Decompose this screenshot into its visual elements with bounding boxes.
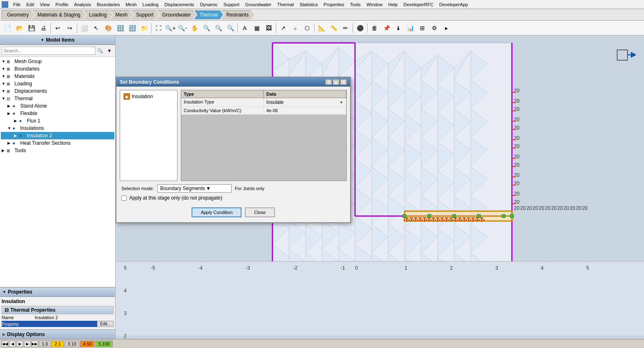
toolbar-zoom-out[interactable]: 🔍- [177,22,188,34]
tab-groundwater[interactable]: Groundwater [157,10,196,19]
stage-5-badge[interactable]: 5.100 [95,341,113,347]
toolbar-open[interactable]: 📂 [14,22,25,34]
menu-view[interactable]: View [38,1,52,8]
toolbar-pan[interactable]: ✋ [189,22,200,34]
tree-item-flux-1[interactable]: ▶●Flux 1 [1,117,114,125]
toolbar-shape1[interactable]: ⬦ [289,22,301,34]
tree-item-flexible[interactable]: ▶●Flexible [1,110,114,117]
toolbar-sphere[interactable]: ⚫ [354,22,366,34]
toolbar-undo[interactable]: ↩ [52,22,64,34]
tab-loading[interactable]: Loading [84,10,112,19]
stage-2-badge[interactable]: 2.1 [52,341,64,347]
nav-prev-button[interactable]: ◀ [9,341,16,347]
dialog-help-button[interactable]: ? [325,79,332,85]
toolbar-cursor[interactable]: ↖ [90,22,102,34]
menu-statistics[interactable]: Statistics [297,1,320,8]
stage-3-badge[interactable]: 3.10 [65,341,79,347]
selection-mode-dropdown[interactable]: Boundary Segments ▼ [157,184,232,193]
apply-stage-checkbox[interactable] [121,195,127,201]
tab-geometry[interactable]: Geometry [2,10,34,19]
tree-item-tools[interactable]: ▶⊞Tools [1,147,114,154]
menu-displacements[interactable]: Displacements [162,1,197,8]
menu-edit[interactable]: Edit [24,1,37,8]
filter-button[interactable]: ▼ [105,47,114,55]
dialog-close-button[interactable]: ✕ [340,79,347,85]
toolbar-zoom2[interactable]: 🔍 [201,22,212,34]
menu-support[interactable]: Support [221,1,242,8]
menu-boundaries[interactable]: Boundaries [95,1,123,8]
row2-data[interactable]: 4e-06 [264,107,346,114]
toolbar-measure[interactable]: 📏 [328,22,339,34]
nav-next-button[interactable]: ▶ [24,341,31,347]
tab-mesh[interactable]: Mesh [110,10,133,19]
tree-item-materials[interactable]: ▼⊞Materials [1,73,114,80]
toolbar-table[interactable]: 🔢 [114,22,126,34]
menu-window[interactable]: Window [364,1,385,8]
tab-restraints[interactable]: Restraints [221,10,254,19]
tab-thermal[interactable]: Thermal [194,10,223,19]
toolbar-print[interactable]: 🖨 [38,22,49,34]
display-options-header[interactable]: Display Options [0,329,115,339]
toolbar-fit[interactable]: ⛶ [153,22,164,34]
toolbar-more[interactable]: ▸ [440,22,452,34]
tree-item-loading[interactable]: ▼⊞Loading [1,80,114,87]
menu-properties[interactable]: Properties [321,1,347,8]
toolbar-thermal[interactable]: 🌡 [393,22,404,34]
canvas-area[interactable]: 20 20 20 20 20 20 20 20 20 20 20 20 20 2… [116,35,644,339]
tree-item-stand-alone[interactable]: ▶●Stand Alone [1,102,114,110]
tree-item-insulation-2[interactable]: ▶●Insulation 2 [1,132,114,139]
row1-data[interactable]: Insulate ▼ [264,98,346,106]
menu-thermal[interactable]: Thermal [275,1,296,8]
menu-file[interactable]: File [11,1,23,8]
toolbar-save[interactable]: 💾 [26,22,37,34]
toolbar-color[interactable]: 🎨 [102,22,114,34]
insulation-list-item[interactable]: ◆ Insulation [122,92,175,101]
toolbar-file2[interactable]: 📁 [138,22,150,34]
toolbar-chart[interactable]: 📊 [405,22,416,34]
menu-analysis[interactable]: Analysis [72,1,94,8]
tab-support[interactable]: Support [131,10,159,19]
menu-developerrfc[interactable]: DeveloperRFC [401,1,436,8]
search-button[interactable]: 🔍 [96,47,104,55]
stage-4-badge[interactable]: 4.50 [80,341,95,347]
toolbar-draw[interactable]: ✏ [340,22,351,34]
toolbar-new[interactable]: 📄 [2,22,13,34]
nav-last-button[interactable]: ▶▶ [31,341,38,347]
toolbar-redo[interactable]: ↪ [64,22,76,34]
prop-edit-button[interactable]: Edit... [97,321,114,327]
tree-item-mesh-group[interactable]: ▼⊞Mesh Group [1,58,114,65]
toolbar-calc[interactable]: 🔢 [126,22,138,34]
toolbar-angle[interactable]: 📐 [316,22,327,34]
toolbar-zoom4[interactable]: 🔍 [225,22,236,34]
nav-play-button[interactable]: ▶ [17,341,23,347]
toolbar-select[interactable]: ⬜ [78,22,90,34]
toolbar-arrow[interactable]: ↗ [277,22,289,34]
close-button[interactable]: Close [245,207,275,217]
tree-item-boundaries[interactable]: ▼⊞Boundaries [1,65,114,73]
search-input[interactable] [2,47,95,55]
stage-1-badge[interactable]: 1.0 [39,341,51,347]
toolbar-settings[interactable]: ⚙ [429,22,440,34]
toolbar-text[interactable]: A [239,22,251,34]
toolbar-shape2[interactable]: ⬡ [301,22,313,34]
tree-item-heat-transfer-sections[interactable]: ▶●Heat Transfer Sections [1,139,114,147]
toolbar-pin[interactable]: 📌 [381,22,392,34]
toolbar-grid[interactable]: ▦ [251,22,263,34]
toolbar-grid2[interactable]: ⊞ [417,22,428,34]
toolbar-delete[interactable]: 🗑 [369,22,380,34]
tab-materials-staging[interactable]: Materials & Staging [32,10,86,19]
nav-first-button[interactable]: ◀◀ [2,341,8,347]
toolbar-image[interactable]: 🖼 [263,22,275,34]
menu-tools[interactable]: Tools [348,1,363,8]
menu-help[interactable]: Help [386,1,400,8]
toolbar-zoom-in[interactable]: 🔍+ [165,22,176,34]
tree-item-displacements[interactable]: ▼⊞Displacements [1,87,114,95]
menu-loading[interactable]: Loading [140,1,161,8]
boundary-conditions-dialog[interactable]: Set Boundary Conditions ? ▲ ✕ ◆ Insula [116,77,351,223]
tree-item-thermal[interactable]: ▼⊟Thermal [1,95,114,102]
menu-dynamic[interactable]: Dynamic [197,1,220,8]
toolbar-zoom3[interactable]: 🔍 [213,22,224,34]
menu-profile[interactable]: Profile [53,1,71,8]
tree-item-insulations[interactable]: ▼●Insulations [1,125,114,132]
menu-mesh[interactable]: Mesh [123,1,139,8]
